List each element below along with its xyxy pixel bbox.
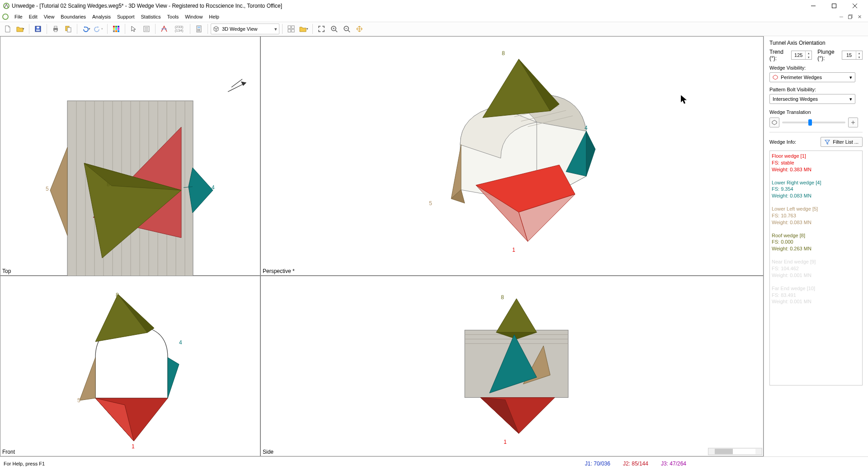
svg-rect-37 [292,26,294,28]
doc-minimize-button[interactable]: ─ [837,13,845,20]
menu-analysis[interactable]: Analysis [90,13,113,20]
svg-rect-39 [292,29,294,32]
view-selector-dropdown[interactable]: 3D Wedge View ▾ [211,24,279,34]
status-j3: J3: 47/264 [661,461,686,467]
svg-line-41 [335,30,337,32]
bolt-visibility-select[interactable]: Intersecting Wedges ▾ [769,94,855,104]
svg-rect-15 [67,28,71,32]
svg-marker-78 [451,145,461,199]
wedge-label-4: 4 [212,184,215,191]
menu-tools[interactable]: Tools [165,13,182,20]
svg-rect-21 [118,28,119,30]
trend-down-icon[interactable]: ▼ [806,55,811,59]
grid-colors-button[interactable] [110,23,122,35]
translation-min-button[interactable] [769,118,779,127]
status-help: For Help, press F1 [4,461,45,466]
svg-rect-12 [54,26,57,28]
pane-front[interactable]: 8 4 5 1 Front [0,276,260,456]
wedge-label-5: 5 [46,186,49,192]
pan-button[interactable] [354,23,365,35]
wedge-info-item[interactable]: Near End wedge [9]FS: 104.462Weight: 0.0… [772,258,860,279]
svg-marker-63 [50,147,67,235]
wedge-info-item[interactable]: Lower Right wedge [4]FS: 9.354Weight: 0.… [772,179,860,200]
title-bar: Unwedge - [Tutorial 02 Scaling Wedges.we… [0,0,868,12]
calculator-button[interactable] [193,23,205,35]
plunge-up-icon[interactable]: ▲ [856,51,862,55]
stats-button[interactable]: (233)(134) [171,23,187,35]
wedge-info-item[interactable]: Lower Left wedge [5]FS: 10.763Weight: 0.… [772,206,860,226]
svg-marker-95 [496,299,537,333]
svg-marker-88 [168,357,179,398]
menu-file[interactable]: File [12,13,25,20]
wedge-vis-value: Perimeter Wedges [781,75,822,80]
joints-button[interactable] [158,23,170,35]
svg-rect-20 [115,28,117,30]
zoom-out-button[interactable] [341,23,353,35]
cube-icon [213,26,219,32]
plunge-down-icon[interactable]: ▼ [856,55,862,59]
pane-side[interactable]: 8 1 Side [260,276,764,456]
bolt-vis-label: Pattern Bolt Visibility: [769,87,863,92]
wedge-info-item[interactable]: Far End wedge [10]FS: 83.491Weight: 0.00… [772,285,860,306]
save-button[interactable] [32,23,44,35]
pane-top[interactable]: 5 8 4 Top [0,36,260,276]
zoom-extents-button[interactable] [316,23,327,35]
svg-rect-7 [849,16,852,19]
maximize-button[interactable] [824,0,844,12]
close-button[interactable] [844,0,865,12]
layout-button[interactable] [285,23,297,35]
zoom-in-button[interactable] [328,23,340,35]
filter-icon [825,139,830,145]
menu-view[interactable]: View [41,13,57,20]
trend-up-icon[interactable]: ▲ [806,51,811,55]
wedge-info-list[interactable]: Floor wedge [1]FS: stableWeight: 0.383 M… [769,150,863,385]
menu-support[interactable]: Support [114,13,137,20]
svg-rect-18 [118,26,119,28]
trend-input[interactable] [792,52,805,58]
trend-spinner[interactable]: ▲▼ [791,51,812,60]
svg-marker-87 [80,357,95,400]
print-button[interactable] [50,23,61,35]
chevron-down-icon: ▾ [849,96,852,102]
wedge-label-4f: 4 [179,339,182,346]
undo-button[interactable]: ▾ [80,23,92,35]
translation-slider[interactable] [782,122,845,123]
svg-rect-22 [113,30,115,32]
menu-boundaries[interactable]: Boundaries [58,13,89,20]
status-j2: J2: 85/144 [623,461,648,467]
menu-window[interactable]: Window [182,13,205,20]
doc-close-button[interactable]: ✕ [855,13,863,20]
wedge-label-1f: 1 [132,443,135,450]
menu-help[interactable]: Help [206,13,222,20]
doc-restore-button[interactable] [846,13,854,20]
wedge-label-8s: 8 [501,294,504,301]
svg-rect-10 [36,29,40,31]
window-options-button[interactable]: ▾ [298,23,310,35]
plunge-spinner[interactable]: ▲▼ [842,51,863,60]
menu-edit[interactable]: Edit [26,13,40,20]
menu-statistics[interactable]: Statistics [138,13,164,20]
wedge-visibility-select[interactable]: Perimeter Wedges ▾ [769,72,855,82]
pane-perspective[interactable]: 8 4 5 1 Perspective * [260,36,764,276]
filter-list-button[interactable]: Filter List ... [821,137,863,147]
new-file-button[interactable] [2,23,14,35]
select-tool-button[interactable] [128,23,140,35]
translation-label: Wedge Translation [769,109,863,115]
open-file-button[interactable]: ▾ [14,23,26,35]
doc-icon [2,13,9,20]
chevron-down-icon: ▾ [274,26,277,32]
svg-rect-9 [37,27,39,28]
pane-scrollbar[interactable] [708,448,762,455]
app-logo-icon [3,2,10,9]
copy-button[interactable] [62,23,74,35]
properties-button[interactable] [141,23,152,35]
minimize-button[interactable] [803,0,824,12]
translation-max-button[interactable] [848,118,858,127]
redo-button[interactable]: ▾ [93,23,104,35]
plunge-input[interactable] [842,52,856,58]
wedge-label-5p: 5 [429,200,432,207]
wedge-info-item[interactable]: Roof wedge [8]FS: 0.000Weight: 0.263 MN [772,232,860,253]
svg-rect-19 [113,28,115,30]
svg-rect-2 [832,4,836,8]
wedge-info-item[interactable]: Floor wedge [1]FS: stableWeight: 0.383 M… [772,153,860,173]
